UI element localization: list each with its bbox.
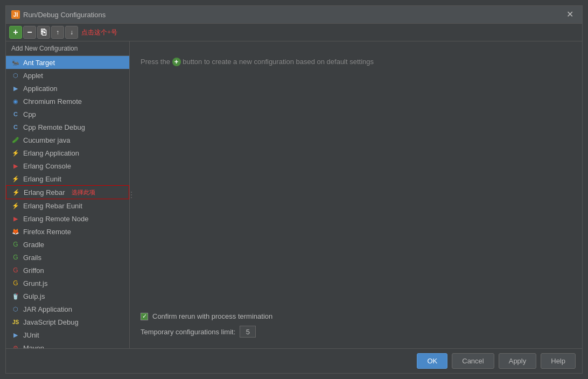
maven-label: Maven xyxy=(23,344,44,349)
annotation-add: 点击这个+号 xyxy=(81,28,117,37)
erlang-remote-node-icon: ▶ xyxy=(11,214,20,223)
checkmark-icon: ✓ xyxy=(142,313,147,320)
title-bar: JI Run/Debug Configurations ✕ xyxy=(6,6,582,24)
message-part1: Press the xyxy=(141,58,170,66)
annotation-select: 选择此项 xyxy=(72,188,95,196)
list-item[interactable]: ⚙ Maven xyxy=(6,341,129,348)
gulpjs-label: Gulp.js xyxy=(23,292,45,300)
list-item[interactable]: G Gradle xyxy=(6,238,129,251)
erlang-rebar-eunit-label: Erlang Rebar Eunit xyxy=(23,202,82,210)
title-bar-left: JI Run/Debug Configurations xyxy=(11,10,106,19)
confirm-rerun-row: ✓ Confirm rerun with process termination xyxy=(141,312,571,320)
apply-button[interactable]: Apply xyxy=(499,353,537,369)
erlang-application-icon: ⚡ xyxy=(11,149,20,157)
chromium-remote-label: Chromium Remote xyxy=(23,97,82,106)
move-down-button[interactable]: ↓ xyxy=(65,26,78,39)
list-item[interactable]: ⬡ Applet xyxy=(6,69,129,82)
list-item[interactable]: 🐜 Ant Target xyxy=(6,56,129,69)
bottom-options: ✓ Confirm rerun with process termination… xyxy=(141,301,571,338)
firefox-remote-label: Firefox Remote xyxy=(23,228,71,236)
cpp-remote-debug-icon: C xyxy=(11,123,20,131)
list-item[interactable]: C Cpp Remote Debug xyxy=(6,121,129,134)
confirm-rerun-label: Confirm rerun with process termination xyxy=(152,312,272,320)
erlang-eunit-icon: ⚡ xyxy=(11,174,20,183)
erlang-eunit-label: Erlang Eunit xyxy=(23,175,61,183)
jar-application-icon: ⬡ xyxy=(11,305,20,313)
erlang-application-label: Erlang Application xyxy=(23,149,79,157)
main-message: Press the + button to create a new confi… xyxy=(141,58,571,66)
ok-button[interactable]: OK xyxy=(417,353,447,369)
list-item[interactable]: ▶ JUnit xyxy=(6,328,129,341)
applet-label: Applet xyxy=(23,72,43,80)
application-icon: ▶ xyxy=(11,84,20,93)
message-part2: button to create a new configuration bas… xyxy=(183,58,374,66)
list-item[interactable]: C Cpp xyxy=(6,108,129,121)
firefox-remote-icon: 🦊 xyxy=(11,227,20,236)
javascript-debug-label: JavaScript Debug xyxy=(23,318,79,326)
list-item[interactable]: ▶ Erlang Remote Node xyxy=(6,212,129,225)
config-list[interactable]: 🐜 Ant Target ⬡ Applet ▶ Application ◉ Ch… xyxy=(6,56,129,348)
griffon-label: Griffon xyxy=(23,266,44,275)
chromium-remote-icon: ◉ xyxy=(11,97,20,106)
cancel-button[interactable]: Cancel xyxy=(452,353,494,369)
right-panel: Press the + button to create a new confi… xyxy=(130,41,582,348)
erlang-remote-node-label: Erlang Remote Node xyxy=(23,215,88,223)
gulpjs-icon: 🥤 xyxy=(11,292,20,300)
griffon-icon: G xyxy=(11,266,20,275)
cpp-icon: C xyxy=(11,110,20,118)
add-config-button[interactable]: + xyxy=(9,26,22,39)
ant-target-label: Ant Target xyxy=(23,59,55,67)
erlang-rebar-label: Erlang Rebar xyxy=(24,188,65,196)
application-label: Application xyxy=(23,85,58,93)
cpp-remote-debug-label: Cpp Remote Debug xyxy=(23,123,85,131)
close-button[interactable]: ✕ xyxy=(563,9,577,20)
dialog-title: Run/Debug Configurations xyxy=(23,11,106,19)
copy-config-button[interactable]: ⎘ xyxy=(37,26,50,39)
dialog-icon: JI xyxy=(11,10,20,19)
javascript-debug-icon: JS xyxy=(11,318,20,326)
cucumber-java-label: Cucumber java xyxy=(23,136,70,144)
temp-limit-label: Temporary configurations limit: xyxy=(141,328,235,336)
erlang-rebar-icon: ⚡ xyxy=(12,188,20,196)
left-panel: Add New Configuration 🐜 Ant Target ⬡ App… xyxy=(6,41,130,348)
jar-application-label: JAR Application xyxy=(23,305,72,313)
list-item[interactable]: ▶ Application xyxy=(6,82,129,95)
list-item[interactable]: G Griffon xyxy=(6,264,129,277)
run-debug-dialog: JI Run/Debug Configurations ✕ + − ⎘ ↑ ↓ … xyxy=(5,5,583,374)
panel-resize-handle[interactable] xyxy=(130,184,133,206)
list-item[interactable]: ◉ Chromium Remote xyxy=(6,95,129,108)
grails-icon: G xyxy=(11,253,20,262)
list-item[interactable]: G Grails xyxy=(6,251,129,264)
dialog-footer: OK Cancel Apply Help xyxy=(6,348,582,373)
erlang-rebar-eunit-icon: ⚡ xyxy=(11,201,20,210)
remove-config-button[interactable]: − xyxy=(23,26,36,39)
list-item[interactable]: ▶ Erlang Console xyxy=(6,159,129,172)
list-item[interactable]: 🥤 Gulp.js xyxy=(6,290,129,303)
list-item[interactable]: JS JavaScript Debug xyxy=(6,315,129,328)
cpp-label: Cpp xyxy=(23,110,36,118)
list-item[interactable]: ⚡ Erlang Rebar Eunit xyxy=(6,199,129,212)
list-item[interactable]: G Grunt.js xyxy=(6,277,129,290)
list-item[interactable]: 🥒 Cucumber java xyxy=(6,134,129,146)
list-item[interactable]: 🦊 Firefox Remote xyxy=(6,225,129,238)
confirm-rerun-checkbox[interactable]: ✓ xyxy=(141,313,148,320)
help-button[interactable]: Help xyxy=(541,353,576,369)
content-area: Add New Configuration 🐜 Ant Target ⬡ App… xyxy=(6,41,582,348)
junit-label: JUnit xyxy=(23,331,39,339)
add-new-label: Add New Configuration xyxy=(6,41,129,56)
maven-icon: ⚙ xyxy=(11,343,20,348)
gradle-icon: G xyxy=(11,240,20,249)
list-item[interactable]: ⚡ Erlang Application xyxy=(6,146,129,159)
applet-icon: ⬡ xyxy=(11,71,20,80)
temp-limit-row: Temporary configurations limit: xyxy=(141,326,571,338)
temp-limit-input[interactable] xyxy=(240,326,256,338)
list-item[interactable]: ⚡ Erlang Eunit xyxy=(6,172,129,185)
gruntjs-icon: G xyxy=(11,279,20,287)
toolbar: + − ⎘ ↑ ↓ 点击这个+号 xyxy=(6,24,582,41)
move-up-button[interactable]: ↑ xyxy=(51,26,64,39)
grails-label: Grails xyxy=(23,254,41,262)
list-item[interactable]: ⚡ Erlang Rebar 选择此项 xyxy=(6,185,129,199)
junit-icon: ▶ xyxy=(11,331,20,339)
list-item[interactable]: ⬡ JAR Application xyxy=(6,303,129,315)
cucumber-java-icon: 🥒 xyxy=(11,136,20,144)
